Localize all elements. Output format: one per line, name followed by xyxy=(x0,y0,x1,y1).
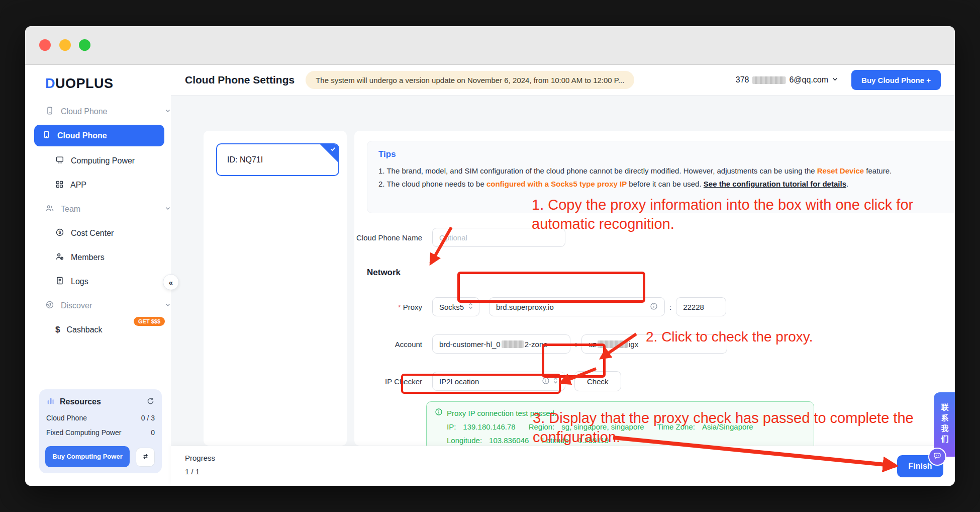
sidebar: DUOPLUS Cloud Phone Cloud Phone Computin… xyxy=(25,65,171,486)
info-icon-green xyxy=(435,406,443,420)
ip-checker-label: IP Checker xyxy=(354,377,422,386)
phone-icon xyxy=(42,130,51,141)
chevron-down-icon xyxy=(164,301,171,310)
tips-title: Tips xyxy=(378,149,949,159)
app-window: DUOPLUS Cloud Phone Cloud Phone Computin… xyxy=(25,26,955,486)
account-password-input[interactable]: uzigx xyxy=(581,334,727,354)
sidebar-item-cashback[interactable]: $ Cashback GET $$$ xyxy=(55,321,103,338)
sidebar-collapse-button[interactable]: « xyxy=(163,274,179,290)
email-blur xyxy=(752,76,786,84)
sidebar-group-team[interactable]: Team xyxy=(45,201,80,218)
screenshot-stage: DUOPLUS Cloud Phone Cloud Phone Computin… xyxy=(0,0,980,512)
cashback-get-badge: GET $$$ xyxy=(134,317,165,326)
tip-item-1: 1. The brand, model, and SIM configurati… xyxy=(378,164,949,178)
duoplus-logo: DUOPLUS xyxy=(45,76,114,92)
cloud-phone-group-icon xyxy=(45,106,54,117)
chat-icon xyxy=(933,452,941,462)
proxy-label: *Proxy xyxy=(354,302,422,312)
updown-icon xyxy=(468,302,473,311)
account-row: Account brd-customer-hl_02-zone : uzigx xyxy=(354,334,727,354)
cloud-phone-name-row: Cloud Phone Name xyxy=(354,223,565,251)
ip-checker-select[interactable]: IP2Location xyxy=(432,372,565,391)
proxy-host-input[interactable]: brd.superproxy.io xyxy=(489,297,665,316)
account-label: Account xyxy=(354,339,422,349)
check-icon xyxy=(329,145,337,155)
progress-value: 1 / 1 xyxy=(185,467,200,476)
swap-icon xyxy=(141,452,150,463)
members-icon xyxy=(55,252,64,263)
zoom-window-button[interactable] xyxy=(79,39,90,51)
check-proxy-button[interactable]: Check xyxy=(574,371,621,391)
device-list-panel: ID: NQ71I xyxy=(204,131,347,446)
cashback-dollar-icon: $ xyxy=(55,325,60,335)
sidebar-group-cloud-phone[interactable]: Cloud Phone xyxy=(45,103,108,120)
proxy-type-select[interactable]: Socks5 xyxy=(432,297,479,316)
page-title: Cloud Phone Settings xyxy=(185,74,295,86)
info-icon[interactable] xyxy=(542,377,550,386)
account-email-dropdown[interactable]: 3786@qq.com xyxy=(736,75,838,84)
content-body: ID: NQ71I Tips 1. The brand, model, and … xyxy=(171,96,955,446)
window-titlebar xyxy=(25,26,955,65)
chevron-down-icon xyxy=(164,205,171,214)
sidebar-item-cloud-phone[interactable]: Cloud Phone xyxy=(34,125,164,146)
app-grid-icon xyxy=(55,180,64,191)
refresh-icon[interactable] xyxy=(146,397,155,407)
system-update-banner: The system will undergo a version update… xyxy=(306,71,634,89)
tips-box: Tips 1. The brand, model, and SIM config… xyxy=(367,141,955,213)
team-icon xyxy=(45,204,54,215)
proxy-row: *Proxy Socks5 brd.superproxy.io : 22228 xyxy=(354,297,726,317)
chat-bubble-button[interactable] xyxy=(928,448,946,466)
proxy-test-result-box: Proxy IP connection test passed. IP:139.… xyxy=(426,401,814,446)
cloud-phone-name-label: Cloud Phone Name xyxy=(354,233,422,242)
close-window-button[interactable] xyxy=(39,39,51,51)
resources-bars-icon xyxy=(46,396,55,407)
account-user-blur xyxy=(502,340,524,348)
account-user-input[interactable]: brd-customer-hl_02-zone xyxy=(432,334,570,354)
sidebar-item-computing-power[interactable]: Computing Power xyxy=(55,152,135,169)
account-password-blur xyxy=(598,340,628,348)
buy-computing-power-button[interactable]: Buy Computing Power xyxy=(45,446,130,467)
minimize-window-button[interactable] xyxy=(59,39,71,51)
contact-us-tab[interactable]: 联系我们 xyxy=(934,392,955,457)
logs-icon xyxy=(55,276,64,287)
buy-cloud-phone-button[interactable]: Buy Cloud Phone + xyxy=(851,70,941,90)
ip-checker-row: IP Checker IP2Location Check xyxy=(354,371,621,391)
network-section-title: Network xyxy=(367,268,401,278)
configuration-tutorial-link[interactable]: See the configuration tutorial for detai… xyxy=(704,180,846,188)
sidebar-group-discover[interactable]: Discover xyxy=(45,297,92,314)
discover-compass-icon xyxy=(45,300,54,311)
proxy-test-geo-line: IP:139.180.146.78 Region:sg, singapore, … xyxy=(435,420,806,434)
resource-row-cloud-phone: Cloud Phone0 / 3 xyxy=(46,414,155,422)
cloud-phone-name-input[interactable] xyxy=(432,228,565,247)
proxy-port-input[interactable]: 22228 xyxy=(676,297,726,316)
chevron-down-icon xyxy=(164,107,171,116)
resource-row-fixed-computing-power: Fixed Computing Power0 xyxy=(46,429,155,437)
swap-resources-button[interactable] xyxy=(136,448,155,467)
tip-item-2: 2. The cloud phone needs to be configure… xyxy=(378,178,949,191)
chevron-down-icon xyxy=(832,75,838,84)
proxy-test-status: Proxy IP connection test passed. xyxy=(435,406,806,420)
progress-label: Progress xyxy=(185,454,215,462)
cost-center-icon: $ xyxy=(55,228,64,239)
computing-power-icon xyxy=(55,155,64,166)
device-card-nq71i[interactable]: ID: NQ71I xyxy=(216,143,339,176)
settings-panel: Tips 1. The brand, model, and SIM config… xyxy=(354,131,955,446)
wizard-footer: Progress 1 / 1 Finish xyxy=(171,446,955,486)
proxy-test-coords-line: Longitude:103.836046 Latitude:1.299119 xyxy=(435,434,806,446)
info-icon[interactable] xyxy=(650,302,658,312)
sidebar-item-app[interactable]: APP xyxy=(55,177,86,194)
sidebar-item-logs[interactable]: Logs xyxy=(55,273,88,290)
sidebar-item-members[interactable]: Members xyxy=(55,249,105,266)
svg-text:$: $ xyxy=(58,230,61,235)
resources-panel: Resources Cloud Phone0 / 3 Fixed Computi… xyxy=(39,389,162,473)
updown-icon xyxy=(553,377,558,386)
main-topbar: Cloud Phone Settings The system will und… xyxy=(171,65,955,96)
sidebar-item-cost-center[interactable]: $ Cost Center xyxy=(55,225,114,242)
